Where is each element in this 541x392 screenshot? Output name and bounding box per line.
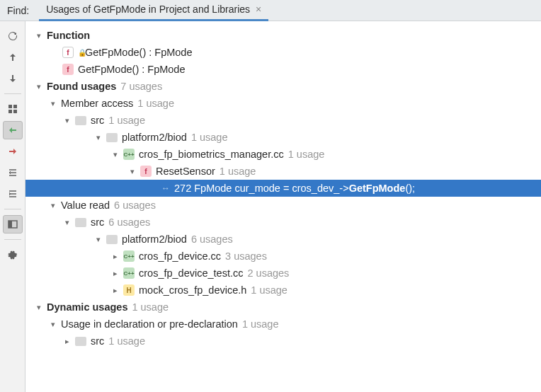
node-function[interactable]: ▾Function	[25, 27, 541, 44]
arrow-up-icon[interactable]	[3, 48, 23, 67]
chevron-down-icon: ▾	[93, 133, 103, 142]
toolbar	[0, 21, 25, 392]
function-icon: f	[62, 47, 74, 58]
chevron-down-icon: ▾	[48, 320, 58, 329]
svg-rect-3	[13, 110, 17, 113]
h-file-icon: H	[123, 284, 135, 296]
folder-icon	[75, 116, 86, 125]
node-src[interactable]: ▸src1 usage	[25, 333, 541, 350]
node-path[interactable]: ▾platform2/biod6 usages	[25, 231, 541, 248]
expand-icon[interactable]	[3, 163, 23, 182]
node-found-usages[interactable]: ▾Found usages7 usages	[25, 78, 541, 95]
group-icon[interactable]	[3, 100, 23, 118]
node-file[interactable]: ▸C++cros_fp_device_test.cc2 usages	[25, 265, 541, 282]
chevron-down-icon: ▾	[34, 31, 44, 40]
chevron-down-icon: ▾	[48, 99, 58, 108]
node-dynamic-usages[interactable]: ▾Dynamic usages1 usage	[25, 299, 541, 316]
node-file[interactable]: ▾C++cros_fp_biometrics_manager.cc1 usage	[25, 146, 541, 163]
chevron-right-icon: ▸	[110, 286, 120, 295]
node-src[interactable]: ▾src1 usage	[25, 112, 541, 129]
filter-writes-icon[interactable]	[3, 142, 23, 161]
main: ▾Function f🔒GetFpMode() : FpMode fGetFpM…	[0, 21, 541, 392]
folder-icon	[106, 133, 118, 142]
node-file[interactable]: ▸Hmock_cros_fp_device.h1 usage	[25, 282, 541, 299]
folder-icon	[75, 337, 86, 346]
node-func[interactable]: ▾fResetSensor1 usage	[25, 163, 541, 180]
arrow-down-icon[interactable]	[3, 69, 23, 88]
node-src[interactable]: ▾src6 usages	[25, 214, 541, 231]
close-icon[interactable]: ×	[256, 4, 261, 15]
svg-rect-1	[13, 105, 17, 108]
node-path[interactable]: ▾platform2/biod1 usage	[25, 129, 541, 146]
lock-icon: 🔒	[78, 49, 85, 57]
folder-icon	[75, 218, 86, 227]
function-icon: f	[140, 166, 152, 177]
svg-rect-0	[8, 105, 12, 108]
chevron-right-icon: ▸	[62, 337, 72, 346]
chevron-down-icon: ▾	[34, 303, 44, 312]
usage-arrow-icon: ↔	[161, 183, 170, 193]
chevron-down-icon: ▾	[62, 218, 72, 227]
tree: ▾Function f🔒GetFpMode() : FpMode fGetFpM…	[25, 21, 541, 392]
node-declaration[interactable]: ▾Usage in declaration or pre-declaration…	[25, 316, 541, 333]
find-label: Find:	[7, 5, 29, 16]
cpp-file-icon: C++	[123, 149, 135, 160]
chevron-right-icon: ▸	[110, 269, 120, 278]
filter-imports-icon[interactable]	[3, 121, 23, 139]
chevron-down-icon: ▾	[48, 201, 58, 210]
node-usage-line[interactable]: ↔272 FpMode cur_mode = cros_dev_->GetFpM…	[25, 180, 541, 197]
chevron-down-icon: ▾	[34, 82, 44, 91]
node-member-access[interactable]: ▾Member access1 usage	[25, 95, 541, 112]
node-function-item[interactable]: f🔒GetFpMode() : FpMode	[25, 44, 541, 61]
preview-icon[interactable]	[3, 215, 23, 234]
chevron-down-icon: ▾	[127, 167, 137, 176]
node-file[interactable]: ▸C++cros_fp_device.cc3 usages	[25, 248, 541, 265]
refresh-icon[interactable]	[3, 27, 23, 45]
svg-rect-5	[8, 221, 12, 228]
chevron-down-icon: ▾	[93, 235, 103, 244]
chevron-down-icon: ▾	[110, 150, 120, 159]
cpp-file-icon: C++	[123, 250, 135, 262]
header: Find: Usages of GetFpMode in Project and…	[0, 0, 541, 21]
tab-usages[interactable]: Usages of GetFpMode in Project and Libra…	[39, 0, 268, 21]
cpp-file-icon: C++	[123, 267, 135, 279]
folder-icon	[106, 235, 118, 244]
chevron-right-icon: ▸	[110, 252, 120, 261]
tab-title: Usages of GetFpMode in Project and Libra…	[46, 4, 250, 15]
node-value-read[interactable]: ▾Value read6 usages	[25, 197, 541, 214]
collapse-icon[interactable]	[3, 185, 23, 203]
chevron-down-icon: ▾	[62, 116, 72, 125]
function-icon: f	[62, 64, 74, 75]
node-function-item[interactable]: fGetFpMode() : FpMode	[25, 61, 541, 78]
settings-icon[interactable]	[3, 246, 23, 264]
svg-rect-2	[8, 110, 12, 113]
